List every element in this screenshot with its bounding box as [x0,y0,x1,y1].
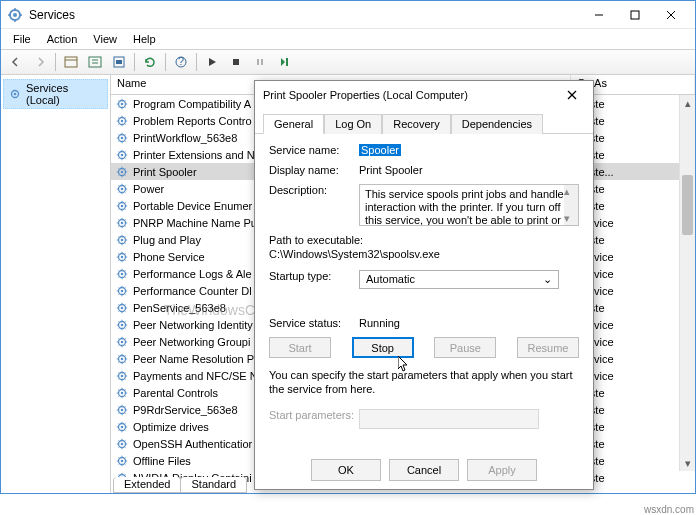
startup-type-select[interactable]: Automatic ⌄ [359,270,559,289]
service-name-cell: Parental Controls [133,387,218,399]
apply-button: Apply [467,459,537,481]
label-status: Service status: [269,317,359,329]
svg-line-151 [119,304,120,305]
value-service-name[interactable]: Spooler [359,144,401,156]
tab-standard[interactable]: Standard [180,477,247,493]
svg-line-224 [125,423,126,424]
cancel-button[interactable]: Cancel [389,459,459,481]
start-service-button[interactable] [201,51,223,73]
forward-button[interactable] [29,51,51,73]
svg-point-226 [121,442,124,445]
tab-recovery[interactable]: Recovery [382,114,450,134]
service-name-cell: P9RdrService_563e8 [133,404,238,416]
svg-line-201 [119,389,120,390]
svg-line-62 [125,157,126,158]
svg-line-182 [125,361,126,362]
label-start-params: Start parameters: [269,409,359,421]
label-service-name: Service name: [269,144,359,156]
refresh-button[interactable] [139,51,161,73]
svg-line-191 [119,372,120,373]
properties-button[interactable] [108,51,130,73]
svg-point-206 [121,408,124,411]
svg-line-103 [119,225,120,226]
svg-line-141 [119,287,120,288]
svg-line-172 [125,344,126,345]
dialog-close-button[interactable] [559,84,585,106]
svg-line-233 [119,446,120,447]
pause-service-button[interactable] [249,51,271,73]
svg-line-121 [119,253,120,254]
service-name-cell: Offline Files [133,455,191,467]
svg-line-112 [125,242,126,243]
tab-dependencies[interactable]: Dependencies [451,114,543,134]
dialog-title: Print Spooler Properties (Local Computer… [263,89,559,101]
svg-point-56 [121,153,124,156]
svg-line-114 [125,236,126,237]
maximize-button[interactable] [617,3,653,27]
menu-file[interactable]: File [5,31,39,47]
menu-view[interactable]: View [85,31,125,47]
svg-line-42 [125,123,126,124]
label-display-name: Display name: [269,164,359,176]
tab-general[interactable]: General [263,114,324,134]
svg-rect-20 [257,59,259,65]
svg-line-122 [125,259,126,260]
value-display-name: Print Spooler [359,164,579,176]
svg-line-33 [119,106,120,107]
svg-rect-19 [233,59,239,65]
svg-line-111 [119,236,120,237]
svg-line-82 [125,191,126,192]
minimize-button[interactable] [581,3,617,27]
stop-button[interactable]: Stop [352,337,414,358]
menubar: File Action View Help [1,29,695,49]
value-description[interactable]: This service spools print jobs and handl… [359,184,579,226]
scroll-up-arrow[interactable]: ▴ [680,95,695,111]
svg-line-214 [125,406,126,407]
service-name-cell: Program Compatibility A [133,98,251,110]
tree-root[interactable]: Services (Local) [3,79,108,109]
svg-line-171 [119,338,120,339]
svg-line-142 [125,293,126,294]
close-button[interactable] [653,3,689,27]
svg-line-211 [119,406,120,407]
scroll-thumb[interactable] [682,175,693,235]
svg-line-71 [119,168,120,169]
help-text: You can specify the start parameters tha… [269,368,579,397]
svg-line-43 [119,123,120,124]
menu-help[interactable]: Help [125,31,164,47]
svg-line-113 [119,242,120,243]
show-hide-console-tree-button[interactable] [60,51,82,73]
dialog-titlebar: Print Spooler Properties (Local Computer… [255,81,593,109]
svg-line-104 [125,219,126,220]
service-name-cell: PrintWorkflow_563e8 [133,132,237,144]
svg-line-54 [125,134,126,135]
export-list-button[interactable] [84,51,106,73]
scroll-down-arrow[interactable]: ▾ [680,455,695,471]
svg-line-34 [125,100,126,101]
svg-line-123 [119,259,120,260]
tab-logon[interactable]: Log On [324,114,382,134]
svg-line-63 [119,157,120,158]
ok-button[interactable]: OK [311,459,381,481]
tab-extended[interactable]: Extended [113,477,181,493]
svg-point-1 [13,13,17,17]
svg-line-44 [125,117,126,118]
svg-line-161 [119,321,120,322]
description-scrollbar[interactable]: ▴▾ [564,185,578,225]
service-name-cell: Peer Networking Groupi [133,336,250,348]
vertical-scrollbar[interactable]: ▴ ▾ [679,95,695,471]
bottom-tabs: Extended Standard [113,477,246,493]
svg-line-213 [119,412,120,413]
back-button[interactable] [5,51,27,73]
svg-point-166 [121,340,124,343]
svg-line-132 [125,276,126,277]
help-button[interactable]: ? [170,51,192,73]
svg-line-221 [119,423,120,424]
label-startup: Startup type: [269,270,359,282]
tree-root-label: Services (Local) [26,82,103,106]
svg-line-184 [125,355,126,356]
menu-action[interactable]: Action [39,31,86,47]
stop-service-button[interactable] [225,51,247,73]
restart-service-button[interactable] [273,51,295,73]
svg-point-24 [14,93,17,96]
